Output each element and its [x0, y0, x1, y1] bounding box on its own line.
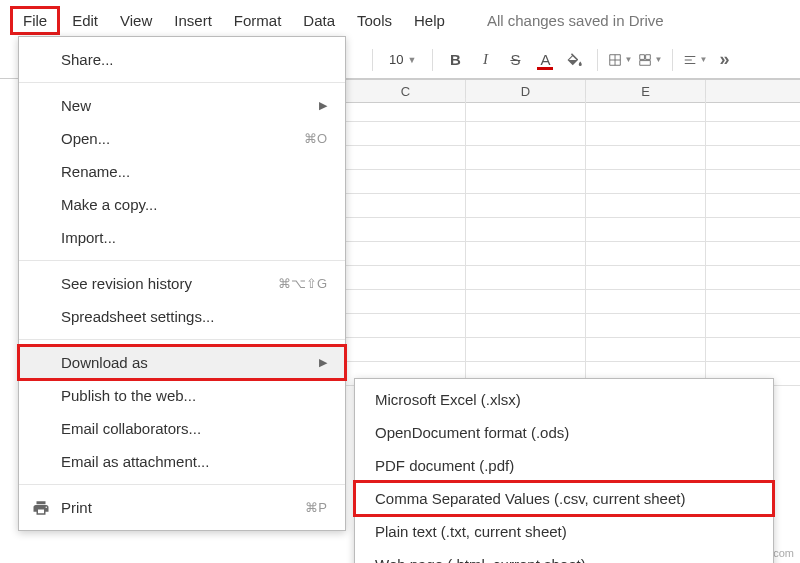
printer-icon	[31, 499, 51, 517]
menu-item-import[interactable]: Import...	[19, 221, 345, 254]
text-color-button[interactable]: A	[533, 48, 557, 72]
menu-item-download-as[interactable]: Download as▶	[19, 346, 345, 379]
toolbar-separator	[432, 49, 433, 71]
menu-label: Print	[61, 499, 92, 516]
italic-button[interactable]: I	[473, 48, 497, 72]
menu-format[interactable]: Format	[224, 8, 292, 33]
menu-separator	[19, 82, 345, 83]
menu-item-email-attachment[interactable]: Email as attachment...	[19, 445, 345, 478]
menu-edit[interactable]: Edit	[62, 8, 108, 33]
align-left-icon	[683, 51, 697, 69]
save-status: All changes saved in Drive	[487, 12, 664, 29]
submenu-item-xlsx[interactable]: Microsoft Excel (.xlsx)	[355, 383, 773, 416]
menu-label: Email collaborators...	[61, 420, 201, 437]
menu-label: Make a copy...	[61, 196, 157, 213]
menu-label: New	[61, 97, 91, 114]
menu-separator	[19, 260, 345, 261]
shortcut: ⌘⌥⇧G	[278, 276, 327, 291]
menu-item-print[interactable]: Print⌘P	[19, 491, 345, 524]
menu-separator	[19, 484, 345, 485]
menu-label: Open...	[61, 130, 110, 147]
shortcut: ⌘P	[305, 500, 327, 515]
menu-insert[interactable]: Insert	[164, 8, 222, 33]
chevron-down-icon: ▼	[699, 55, 707, 64]
menubar: File Edit View Insert Format Data Tools …	[0, 0, 800, 41]
horizontal-align-button[interactable]: ▼	[683, 48, 707, 72]
font-size-value: 10	[389, 52, 403, 67]
submenu-item-html[interactable]: Web page (.html, current sheet)	[355, 548, 773, 563]
download-as-submenu: Microsoft Excel (.xlsx) OpenDocument for…	[354, 378, 774, 563]
menu-file[interactable]: File	[10, 6, 60, 35]
menu-item-rename[interactable]: Rename...	[19, 155, 345, 188]
merge-icon	[638, 51, 652, 69]
menu-tools[interactable]: Tools	[347, 8, 402, 33]
borders-icon	[608, 51, 622, 69]
borders-button[interactable]: ▼	[608, 48, 632, 72]
file-menu-dropdown: Share... New▶ Open...⌘O Rename... Make a…	[18, 36, 346, 531]
menu-label: Email as attachment...	[61, 453, 209, 470]
chevron-down-icon: ▼	[654, 55, 662, 64]
strikethrough-button[interactable]: S	[503, 48, 527, 72]
menu-label: Rename...	[61, 163, 130, 180]
menu-item-make-copy[interactable]: Make a copy...	[19, 188, 345, 221]
chevron-down-icon: ▼	[624, 55, 632, 64]
menu-data[interactable]: Data	[293, 8, 345, 33]
menu-help[interactable]: Help	[404, 8, 455, 33]
submenu-item-pdf[interactable]: PDF document (.pdf)	[355, 449, 773, 482]
submenu-item-csv[interactable]: Comma Separated Values (.csv, current sh…	[355, 482, 773, 515]
submenu-arrow-icon: ▶	[319, 99, 327, 112]
menu-item-new[interactable]: New▶	[19, 89, 345, 122]
menu-label: Import...	[61, 229, 116, 246]
menu-item-share[interactable]: Share...	[19, 43, 345, 76]
menu-item-spreadsheet-settings[interactable]: Spreadsheet settings...	[19, 300, 345, 333]
chevron-down-icon: ▼	[407, 55, 416, 65]
menu-item-publish[interactable]: Publish to the web...	[19, 379, 345, 412]
submenu-item-ods[interactable]: OpenDocument format (.ods)	[355, 416, 773, 449]
font-size-selector[interactable]: 10 ▼	[383, 50, 422, 69]
menu-label: Download as	[61, 354, 148, 371]
bold-button[interactable]: B	[443, 48, 467, 72]
menu-label: See revision history	[61, 275, 192, 292]
menu-label: Spreadsheet settings...	[61, 308, 214, 325]
toolbar-more-button[interactable]: »	[713, 49, 735, 70]
menu-separator	[19, 339, 345, 340]
spreadsheet-grid[interactable]	[346, 98, 800, 386]
menu-label: Publish to the web...	[61, 387, 196, 404]
menu-view[interactable]: View	[110, 8, 162, 33]
merge-cells-button[interactable]: ▼	[638, 48, 662, 72]
toolbar-separator	[597, 49, 598, 71]
submenu-item-txt[interactable]: Plain text (.txt, current sheet)	[355, 515, 773, 548]
toolbar-separator	[672, 49, 673, 71]
menu-item-open[interactable]: Open...⌘O	[19, 122, 345, 155]
menu-item-email-collaborators[interactable]: Email collaborators...	[19, 412, 345, 445]
shortcut: ⌘O	[304, 131, 327, 146]
submenu-arrow-icon: ▶	[319, 356, 327, 369]
toolbar-separator	[372, 49, 373, 71]
fill-color-button[interactable]	[563, 48, 587, 72]
menu-label: Share...	[61, 51, 114, 68]
paint-bucket-icon	[566, 51, 584, 69]
menu-item-revision-history[interactable]: See revision history⌘⌥⇧G	[19, 267, 345, 300]
